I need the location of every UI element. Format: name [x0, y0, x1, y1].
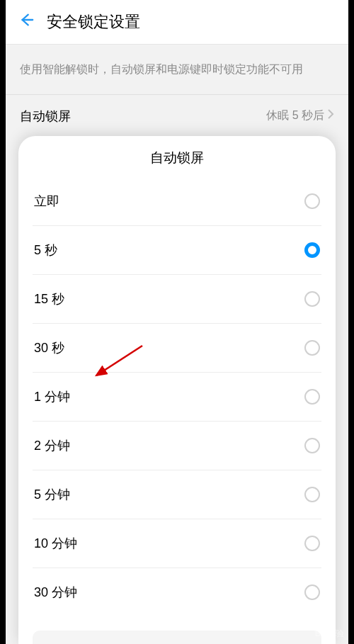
radio-icon[interactable] [304, 389, 320, 405]
watermark: Bai经验 [315, 628, 344, 640]
option-label: 10 分钟 [34, 535, 77, 552]
info-text: 使用智能解锁时，自动锁屏和电源键即时锁定功能不可用 [20, 60, 334, 79]
option-row[interactable]: 1 分钟 [33, 373, 321, 422]
header-bar: 安全锁定设置 [6, 0, 348, 45]
option-label: 立即 [34, 193, 59, 210]
option-label: 1 分钟 [34, 388, 70, 405]
option-label: 30 秒 [34, 339, 64, 356]
page-title: 安全锁定设置 [47, 11, 140, 33]
option-list: 立即5 秒15 秒30 秒1 分钟2 分钟5 分钟10 分钟30 分钟 [18, 177, 336, 616]
phone-frame: 安全锁定设置 使用智能解锁时，自动锁屏和电源键即时锁定功能不可用 自动锁屏 休眠… [6, 0, 348, 644]
radio-icon[interactable] [304, 242, 320, 258]
option-row[interactable]: 15 秒 [33, 275, 321, 324]
option-label: 2 分钟 [34, 437, 70, 454]
option-label: 5 分钟 [34, 486, 70, 503]
option-row[interactable]: 5 分钟 [33, 470, 321, 519]
back-icon[interactable] [18, 12, 34, 32]
radio-icon[interactable] [304, 536, 320, 551]
cancel-button[interactable]: 取消 [33, 631, 321, 644]
option-row[interactable]: 30 分钟 [33, 568, 321, 616]
option-label: 5 秒 [34, 242, 57, 259]
radio-icon[interactable] [304, 438, 320, 453]
setting-label: 自动锁屏 [20, 108, 71, 125]
radio-icon[interactable] [304, 487, 320, 502]
radio-icon[interactable] [304, 193, 320, 209]
modal-sheet: 自动锁屏 立即5 秒15 秒30 秒1 分钟2 分钟5 分钟10 分钟30 分钟… [18, 136, 336, 644]
modal-title: 自动锁屏 [18, 136, 336, 177]
radio-icon[interactable] [304, 340, 320, 356]
setting-row-autolock[interactable]: 自动锁屏 休眠 5 秒后 [6, 94, 348, 137]
info-section: 使用智能解锁时，自动锁屏和电源键即时锁定功能不可用 [6, 45, 348, 94]
radio-icon[interactable] [304, 584, 320, 600]
option-row[interactable]: 立即 [33, 177, 321, 226]
option-row[interactable]: 5 秒 [33, 226, 321, 275]
option-row[interactable]: 30 秒 [33, 324, 321, 373]
option-row[interactable]: 2 分钟 [33, 422, 321, 470]
setting-value-wrap: 休眠 5 秒后 [266, 108, 334, 123]
option-row[interactable]: 10 分钟 [33, 519, 321, 568]
chevron-right-icon [327, 108, 334, 123]
option-label: 15 秒 [34, 290, 64, 307]
option-label: 30 分钟 [34, 584, 77, 601]
setting-value: 休眠 5 秒后 [266, 108, 324, 123]
radio-icon[interactable] [304, 291, 320, 307]
